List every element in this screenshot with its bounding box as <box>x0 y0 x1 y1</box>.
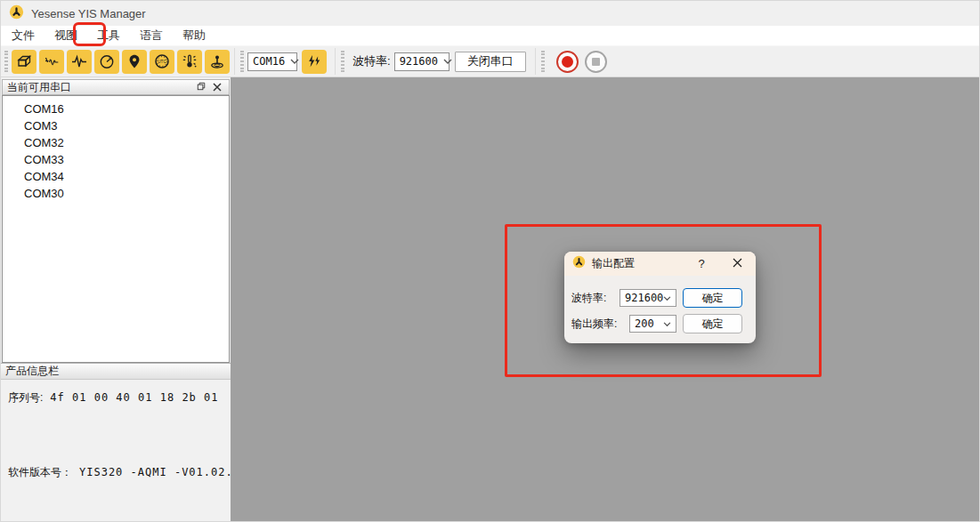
dialog-freq-value: 200 <box>635 317 654 330</box>
toolbar-drag-handle[interactable] <box>341 51 344 72</box>
pulse-waveform-icon <box>70 52 88 70</box>
utc-icon-text: UTC <box>158 60 166 64</box>
3d-cube-icon <box>15 52 33 70</box>
list-item-port[interactable]: COM34 <box>3 168 229 185</box>
menu-bar: 文件 视图 工具 语言 帮助 <box>1 26 979 45</box>
pulse-waveform-button[interactable] <box>67 50 92 74</box>
float-window-icon <box>196 81 207 94</box>
temperature-vibration-button[interactable] <box>177 50 202 74</box>
serial-number-value: 4f 01 00 40 01 18 2b 01 <box>50 391 218 404</box>
main-toolbar: UTC COM16 波特率: 921600 关闭串口 <box>1 45 979 77</box>
gauge-icon <box>98 52 116 70</box>
software-version-value: YIS320 -AQMI -V01.02.03; <box>79 466 255 478</box>
location-pin-icon <box>126 52 143 70</box>
signal-waveform-icon <box>43 52 61 70</box>
joystick-button[interactable] <box>205 50 230 74</box>
ports-panel-title: 当前可用串口 <box>7 80 71 95</box>
menu-view[interactable]: 视图 <box>45 26 87 45</box>
lightning-refresh-icon <box>305 52 323 70</box>
product-info-title: 产品信息栏 <box>5 364 59 379</box>
dialog-freq-ok-button[interactable]: 确定 <box>683 314 742 333</box>
dialog-titlebar[interactable]: 输出配置 ? <box>564 252 756 276</box>
toolbar-separator <box>234 48 235 75</box>
close-serial-port-button[interactable]: 关闭串口 <box>455 52 526 72</box>
utc-clock-button[interactable]: UTC <box>150 50 174 74</box>
close-panel-button[interactable] <box>209 81 225 94</box>
toolbar-drag-handle[interactable] <box>541 51 545 72</box>
list-item-port[interactable]: COM30 <box>3 185 229 202</box>
product-info-header: 产品信息栏 <box>1 363 231 380</box>
utc-clock-icon: UTC <box>153 52 171 70</box>
record-icon <box>562 56 573 68</box>
port-select-value: COM16 <box>253 55 285 68</box>
software-version-row: 软件版本号： YIS320 -AQMI -V01.02.03; <box>8 465 223 480</box>
3d-model-button[interactable] <box>12 50 36 74</box>
serial-port-list: COM16 COM3 COM32 COM33 COM34 COM30 <box>2 95 230 363</box>
record-button[interactable] <box>556 51 579 73</box>
chevron-down-icon <box>663 292 671 304</box>
dialog-baud-label: 波特率: <box>571 288 606 308</box>
menu-file[interactable]: 文件 <box>2 26 45 45</box>
dialog-freq-row: 输出频率: 200 确定 <box>564 314 756 333</box>
ports-panel-header: 当前可用串口 <box>2 79 230 95</box>
serial-number-row: 序列号: 4f 01 00 40 01 18 2b 01 <box>8 390 223 406</box>
port-select[interactable]: COM16 <box>247 52 297 71</box>
refresh-ports-button[interactable] <box>302 50 327 74</box>
thermometer-vibration-icon <box>181 52 198 70</box>
baud-rate-value: 921600 <box>400 55 438 68</box>
stop-button[interactable] <box>585 51 607 73</box>
menu-tools[interactable]: 工具 <box>87 26 130 45</box>
product-info-area: 序列号: 4f 01 00 40 01 18 2b 01 软件版本号： YIS3… <box>1 380 231 521</box>
menu-help[interactable]: 帮助 <box>173 26 215 45</box>
baud-rate-label: 波特率: <box>352 53 391 69</box>
gauge-button[interactable] <box>94 50 119 74</box>
chevron-down-icon <box>290 55 299 68</box>
app-window: Yesense YIS Manager 文件 视图 工具 语言 帮助 UTC <box>0 0 980 522</box>
dialog-help-button[interactable]: ? <box>693 257 709 270</box>
window-titlebar: Yesense YIS Manager <box>1 1 979 26</box>
toolbar-separator <box>335 48 336 75</box>
list-item-port[interactable]: COM32 <box>3 134 229 151</box>
joystick-icon <box>208 52 226 70</box>
stop-icon <box>592 58 600 66</box>
dialog-baud-select[interactable]: 921600 <box>620 289 676 307</box>
list-item-port[interactable]: COM33 <box>3 151 229 168</box>
software-version-label: 软件版本号： <box>8 465 72 480</box>
dialog-logo-icon <box>572 255 586 272</box>
dialog-close-button[interactable] <box>730 257 744 271</box>
list-item-port[interactable]: COM3 <box>3 117 229 134</box>
app-logo-icon <box>9 4 24 23</box>
left-dock-panel: 当前可用串口 COM16 COM3 COM32 COM33 COM34 COM3… <box>1 77 231 521</box>
toolbar-separator <box>535 48 536 75</box>
dialog-baud-value: 921600 <box>625 292 663 304</box>
dialog-freq-label: 输出频率: <box>571 314 617 333</box>
float-panel-button[interactable] <box>193 81 209 94</box>
dialog-title: 输出配置 <box>592 256 635 271</box>
dialog-freq-select[interactable]: 200 <box>629 315 676 333</box>
signal-waveform-button[interactable] <box>39 50 64 74</box>
close-icon <box>213 81 222 94</box>
serial-number-label: 序列号: <box>8 390 43 406</box>
list-item-port[interactable]: COM16 <box>3 100 229 117</box>
toolbar-drag-handle[interactable] <box>4 51 8 72</box>
baud-rate-select[interactable]: 921600 <box>394 52 450 71</box>
output-config-dialog: 输出配置 ? 波特率: 921600 确定 输出频率: 200 确定 <box>564 252 756 343</box>
chevron-down-icon <box>663 317 671 330</box>
dialog-baud-row: 波特率: 921600 确定 <box>564 288 756 308</box>
gps-location-button[interactable] <box>122 50 147 74</box>
menu-language[interactable]: 语言 <box>130 26 173 45</box>
dialog-baud-ok-button[interactable]: 确定 <box>683 288 742 308</box>
chevron-down-icon <box>443 55 452 68</box>
toolbar-drag-handle[interactable] <box>240 51 244 72</box>
window-title: Yesense YIS Manager <box>31 7 146 20</box>
close-icon <box>733 257 742 270</box>
